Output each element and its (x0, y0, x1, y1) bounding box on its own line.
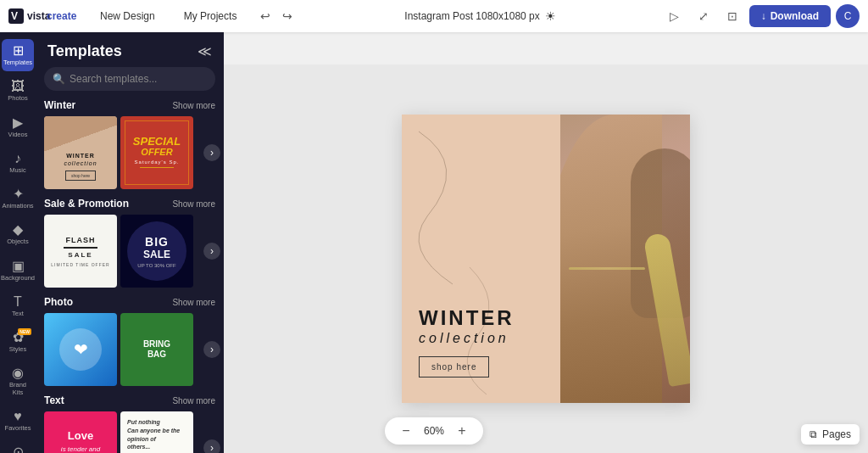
text-template-row: Loveis tender andknows no gender Put not… (44, 411, 215, 453)
icon-bar: ⊞ Templates 🖼 Photos ▶ Videos ♪ Music ✦ … (0, 32, 36, 453)
videos-icon: ▶ (13, 116, 23, 130)
doc-title: Instagram Post 1080x1080 px (404, 10, 539, 22)
sidebar-item-brandkits[interactable]: ◉ Brand Kits (2, 361, 34, 401)
resize-icon[interactable]: ⊡ (721, 4, 744, 28)
section-photo-showmore[interactable]: Show more (172, 298, 215, 307)
canvas-right-panel (560, 115, 690, 403)
svg-text:create: create (47, 10, 76, 22)
layout-body: ⊞ Templates 🖼 Photos ▶ Videos ♪ Music ✦ … (0, 32, 868, 453)
sidebar-item-animations[interactable]: ✦ Animations (2, 182, 34, 215)
background-label: Background (1, 275, 35, 282)
sidebar-item-templates[interactable]: ⊞ Templates (2, 39, 34, 71)
templates-label: Templates (3, 59, 32, 66)
section-sale-showmore[interactable]: Show more (172, 199, 215, 209)
section-winter-title: Winter (44, 99, 75, 111)
section-photo-title: Photo (44, 296, 73, 308)
animations-icon: ✦ (13, 187, 24, 201)
background-icon: ▣ (12, 260, 25, 273)
zoom-out-button[interactable]: − (397, 422, 415, 440)
sidebar-item-styles[interactable]: NEW ✿ Styles (2, 326, 34, 358)
templates-icon: ⊞ (13, 44, 24, 58)
canvas-left-panel: WINTER Collection shop here (402, 115, 560, 403)
search-input[interactable] (44, 67, 215, 91)
sidebar-item-myfiles[interactable]: ⊙ My Files (2, 440, 34, 453)
text-row-next[interactable]: › (203, 439, 220, 453)
text-thumb-2[interactable]: Put nothingCan anyone be the opinion ofo… (120, 411, 193, 453)
topbar-right: ▷ ⤢ ⊡ ↓ Download C (663, 4, 860, 28)
animations-label: Animations (2, 203, 33, 210)
section-text-showmore[interactable]: Show more (172, 396, 215, 405)
sidebar-header: Templates ≪ (36, 32, 224, 67)
pages-button[interactable]: ⧉ Pages (801, 424, 860, 445)
section-photo: Photo Show more ❤ BRINGBAG › (36, 296, 224, 394)
favorites-icon: ♥ (14, 410, 22, 423)
sidebar-item-text[interactable]: T Text (2, 290, 34, 322)
section-sale-header: Sale & Promotion Show more (44, 198, 215, 210)
winter-thumb-2[interactable]: SPECIAL OFFER Saturday's Sp. (120, 116, 193, 189)
sidebar-item-photos[interactable]: 🖼 Photos (2, 75, 34, 107)
sun-icon: ☀ (545, 9, 556, 23)
section-photo-header: Photo Show more (44, 296, 215, 308)
pages-label: Pages (822, 428, 851, 440)
collapse-button[interactable]: ≪ (198, 43, 212, 59)
topbar: V vista create New Design My Projects ↩ … (0, 0, 868, 32)
text-thumb-1[interactable]: Loveis tender andknows no gender (44, 411, 117, 453)
avatar[interactable]: C (836, 4, 860, 28)
download-icon: ↓ (761, 10, 766, 22)
sale-template-row: FLASH SALE LIMITED TIME OFFER BIG SALE U… (44, 215, 215, 288)
photo-template-row: ❤ BRINGBAG › (44, 313, 215, 386)
doc-title-area: Instagram Post 1080x1080 px ☀ (306, 9, 654, 23)
sidebar-item-background[interactable]: ▣ Background (2, 254, 34, 287)
favorites-label: Favorites (5, 425, 31, 432)
music-icon: ♪ (14, 152, 21, 165)
text-label: Text (12, 310, 24, 317)
winter-thumb-1[interactable]: WINTERcollection shop here (44, 116, 117, 189)
logo[interactable]: V vista create (8, 7, 76, 25)
objects-icon: ◆ (13, 223, 23, 237)
pages-icon: ⧉ (810, 428, 817, 440)
share-icon[interactable]: ⤢ (692, 4, 715, 28)
section-winter-header: Winter Show more (44, 99, 215, 111)
text-icon: T (14, 295, 22, 309)
redo-button[interactable]: ↪ (277, 6, 298, 26)
brandkits-icon: ◉ (12, 366, 24, 380)
photo-thumb-2[interactable]: BRINGBAG (120, 313, 193, 386)
section-text-title: Text (44, 394, 64, 406)
photos-label: Photos (8, 95, 27, 102)
section-winter: Winter Show more WINTERcollection shop h… (36, 99, 224, 198)
photo-thumb-1[interactable]: ❤ (44, 313, 117, 386)
sidebar-item-music[interactable]: ♪ Music (2, 147, 34, 179)
sale-thumb-flash[interactable]: FLASH SALE LIMITED TIME OFFER (44, 215, 117, 288)
my-projects-button[interactable]: My Projects (174, 6, 248, 26)
sidebar-title: Templates (47, 42, 122, 60)
templates-panel: Templates ≪ 🔍 Winter Show more WINTERcol… (36, 32, 224, 453)
objects-label: Objects (7, 238, 28, 245)
design-canvas[interactable]: WINTER Collection shop here (402, 115, 690, 403)
sale-thumb-bigsale[interactable]: BIG SALE UP TO 30% OFF (120, 215, 193, 288)
sidebar-item-objects[interactable]: ◆ Objects (2, 218, 34, 250)
section-text-header: Text Show more (44, 394, 215, 406)
winter-template-row: WINTERcollection shop here SPECIAL OFFER… (44, 116, 215, 189)
undo-button[interactable]: ↩ (255, 6, 275, 26)
photo-row-next[interactable]: › (203, 341, 220, 358)
download-button[interactable]: ↓ Download (749, 5, 831, 27)
canvas-inner: WINTER Collection shop here (402, 115, 690, 403)
canvas-text-winter: WINTER (419, 307, 515, 329)
new-design-button[interactable]: New Design (90, 6, 165, 26)
main-canvas-area: WINTER Collection shop here (224, 64, 868, 453)
undo-redo-group: ↩ ↪ (255, 6, 298, 26)
present-icon[interactable]: ▷ (663, 4, 687, 28)
sale-row-next[interactable]: › (203, 243, 220, 260)
brandkits-label: Brand Kits (3, 382, 32, 396)
styles-label: Styles (9, 346, 26, 353)
section-winter-showmore[interactable]: Show more (172, 101, 215, 110)
winter-row-next[interactable]: › (203, 144, 220, 161)
sidebar-item-favorites[interactable]: ♥ Favorites (2, 405, 34, 437)
canvas-text-collection: Collection (419, 331, 515, 346)
zoom-level: 60% (424, 425, 444, 437)
canvas-shop-button[interactable]: shop here (419, 356, 489, 378)
myfiles-icon: ⊙ (13, 445, 24, 453)
music-label: Music (9, 167, 26, 174)
zoom-in-button[interactable]: + (453, 422, 471, 440)
sidebar-item-videos[interactable]: ▶ Videos (2, 111, 34, 143)
